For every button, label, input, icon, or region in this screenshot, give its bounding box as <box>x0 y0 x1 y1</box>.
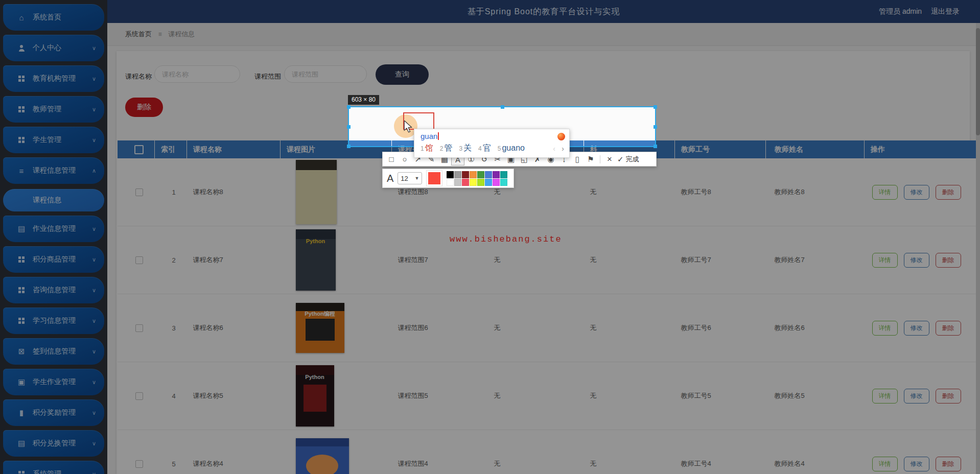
row-checkbox[interactable] <box>135 324 143 332</box>
ime-candidate[interactable]: 2管 <box>440 143 453 154</box>
cell-material: 无 <box>584 430 675 474</box>
chevron-down-icon: ∨ <box>92 318 96 324</box>
vertical-scrollbar[interactable] <box>976 23 980 474</box>
user-info: 管理员 admin 退出登录 <box>879 0 960 23</box>
sidebar-item-points-exchange-mgmt[interactable]: ▤积分兑换管理∨ <box>3 430 104 457</box>
detail-button[interactable]: 详情 <box>872 389 898 404</box>
search-button[interactable]: 查询 <box>376 64 429 85</box>
sidebar-item-study-info-mgmt[interactable]: 学习信息管理∨ <box>3 307 104 334</box>
current-color-well[interactable] <box>426 170 442 186</box>
palette-color[interactable] <box>470 179 477 186</box>
ime-candidate[interactable]: 3关 <box>459 143 472 154</box>
cell-teacher-name: 教师姓名5 <box>766 362 865 430</box>
palette-color[interactable] <box>454 171 461 178</box>
ime-logo-icon[interactable] <box>557 133 565 140</box>
sidebar-item-homework-mgmt[interactable]: ▤作业信息管理∨ <box>3 216 104 242</box>
palette-color[interactable] <box>485 179 492 186</box>
current-color-swatch <box>428 172 440 184</box>
chevron-up-icon: ∧ <box>92 168 96 174</box>
sidebar-item-label: 作业信息管理 <box>33 224 76 233</box>
delete-row-button[interactable]: 删除 <box>936 185 961 200</box>
selection-handle[interactable] <box>347 125 351 129</box>
palette-color[interactable] <box>477 179 484 186</box>
ime-next-page-icon[interactable]: › <box>562 145 564 153</box>
table-row: 1课程名称8课程范围8无无教师工号8教师姓名8详情修改删除 <box>118 158 980 226</box>
row-checkbox[interactable] <box>135 460 143 468</box>
app-window: ⌂系统首页个人中心∨教育机构管理∨教师管理∨学生管理∨≡课程信息管理∧课程信息▤… <box>0 0 980 474</box>
breadcrumb-home[interactable]: 系统首页 <box>125 30 152 38</box>
course-scope-input[interactable] <box>284 65 367 83</box>
delete-row-button[interactable]: 删除 <box>936 389 961 404</box>
ellipse-icon[interactable]: ○ <box>398 153 411 165</box>
sidebar-item-home[interactable]: ⌂系统首页 <box>3 4 104 31</box>
sidebar-item-label: 学习信息管理 <box>33 316 76 325</box>
sidebar-item-student-mgmt[interactable]: 学生管理∨ <box>3 127 104 153</box>
detail-button[interactable]: 详情 <box>872 457 898 471</box>
phone-icon[interactable]: ▯ <box>571 153 584 165</box>
palette-color[interactable] <box>477 171 484 178</box>
edit-button[interactable]: 修改 <box>904 185 929 200</box>
close-icon[interactable]: × <box>603 153 616 165</box>
font-size-select[interactable]: 12 ▼ <box>398 172 422 184</box>
text-style-toolbar: A 12 ▼ <box>382 169 514 188</box>
sidebar-item-course-info-mgmt[interactable]: ≡课程信息管理∧ <box>3 157 104 184</box>
ime-candidate[interactable]: 1馆 <box>421 143 433 154</box>
sidebar-item-system-mgmt[interactable]: 系统管理∨ <box>3 461 104 474</box>
ime-candidate[interactable]: 4官 <box>478 143 491 154</box>
edit-button[interactable]: 修改 <box>904 457 929 471</box>
palette-color[interactable] <box>454 179 461 186</box>
sidebar-item-course-info[interactable]: 课程信息 <box>3 189 104 211</box>
palette-color[interactable] <box>470 171 477 178</box>
selection-handle[interactable] <box>654 105 657 109</box>
palette-color[interactable] <box>447 179 454 186</box>
cell-index: 3 <box>155 294 187 362</box>
row-checkbox[interactable] <box>135 256 143 264</box>
course-name-input[interactable] <box>154 65 240 83</box>
ime-candidate[interactable]: 5guano <box>498 144 525 153</box>
delete-row-button[interactable]: 删除 <box>936 321 961 336</box>
edit-button[interactable]: 修改 <box>904 389 929 404</box>
sidebar-item-org-mgmt[interactable]: 教育机构管理∨ <box>3 65 104 92</box>
detail-button[interactable]: 详情 <box>872 253 898 268</box>
palette-color[interactable] <box>500 171 507 178</box>
sidebar-item-student-homework-mgmt[interactable]: ▣学生作业管理∨ <box>3 369 104 395</box>
selection-handle[interactable] <box>654 145 657 148</box>
rect-icon[interactable]: □ <box>385 153 398 165</box>
delete-row-button[interactable]: 删除 <box>936 253 961 268</box>
sidebar-item-consult-mgmt[interactable]: 咨询信息管理∨ <box>3 277 104 303</box>
logout-link[interactable]: 退出登录 <box>931 7 960 15</box>
palette-color[interactable] <box>462 171 469 178</box>
palette-color[interactable] <box>462 179 469 186</box>
select-all-header[interactable] <box>118 140 155 158</box>
edit-button[interactable]: 修改 <box>904 253 929 268</box>
ime-prev-page-icon[interactable]: ‹ <box>553 145 555 153</box>
sidebar-item-checkin-mgmt[interactable]: ⊠签到信息管理∨ <box>3 338 104 365</box>
selection-handle[interactable] <box>654 125 657 129</box>
bookmark-icon[interactable]: ⚑ <box>584 153 597 165</box>
select-all-checkbox[interactable] <box>134 145 144 154</box>
detail-button[interactable]: 详情 <box>872 185 898 200</box>
delete-row-button[interactable]: 删除 <box>936 457 961 471</box>
delete-button[interactable]: 删除 <box>125 98 163 117</box>
edit-button[interactable]: 修改 <box>904 321 929 336</box>
scrollbar-thumb[interactable] <box>976 28 980 135</box>
breadcrumb: 系统首页 ≡ 课程信息 <box>125 23 980 45</box>
selection-handle[interactable] <box>347 145 351 148</box>
selection-handle[interactable] <box>347 105 351 109</box>
row-checkbox[interactable] <box>135 188 143 196</box>
palette-color[interactable] <box>493 179 500 186</box>
detail-button[interactable]: 详情 <box>872 321 898 336</box>
sidebar-item-profile[interactable]: 个人中心∨ <box>3 35 104 61</box>
cell-course-image: Python <box>281 226 392 294</box>
row-checkbox[interactable] <box>135 392 143 400</box>
sidebar-item-label: 积分兑换管理 <box>33 439 76 448</box>
selection-handle[interactable] <box>501 105 504 109</box>
sidebar-item-points-goods-mgmt[interactable]: 积分商品管理∨ <box>3 246 104 273</box>
palette-color[interactable] <box>447 171 454 178</box>
sidebar-item-teacher-mgmt[interactable]: 教师管理∨ <box>3 96 104 123</box>
done-button[interactable]: ✓完成 <box>617 155 639 164</box>
sidebar-item-points-reward-mgmt[interactable]: ▮积分奖励管理∨ <box>3 399 104 426</box>
palette-color[interactable] <box>493 171 500 178</box>
palette-color[interactable] <box>485 171 492 178</box>
palette-color[interactable] <box>500 179 507 186</box>
